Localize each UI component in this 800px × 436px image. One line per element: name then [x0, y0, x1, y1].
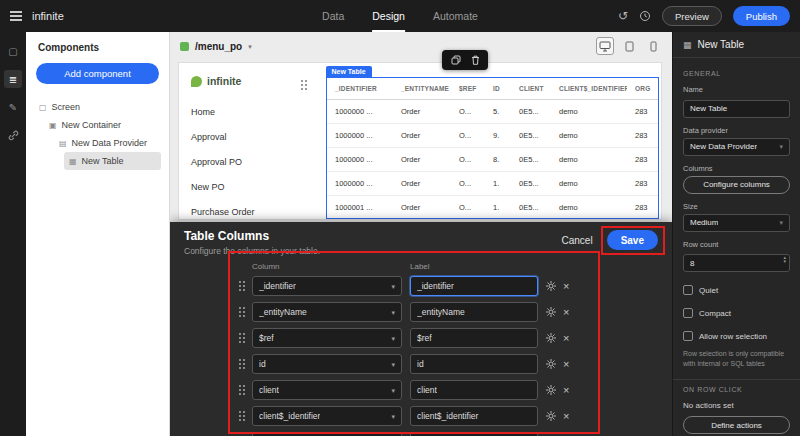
- size-select[interactable]: Medium ▾: [683, 214, 790, 232]
- cell: O...: [451, 107, 485, 116]
- gear-icon[interactable]: [546, 359, 556, 369]
- remove-column-icon[interactable]: ×: [563, 385, 569, 396]
- column-select[interactable]: _entityName ▾: [252, 302, 402, 322]
- tablet-icon[interactable]: [620, 37, 638, 55]
- row-count-input[interactable]: [683, 254, 790, 272]
- columns-label: Columns: [683, 164, 790, 173]
- tree-item-new-container[interactable]: ▣ New Container: [44, 116, 161, 134]
- table-component[interactable]: New Table _IDENTIFIER _ENTITYNAME $REF I…: [326, 77, 659, 219]
- cell: O...: [451, 131, 485, 140]
- preview-logo: infinite: [191, 75, 313, 87]
- remove-column-icon[interactable]: ×: [563, 411, 569, 422]
- gear-icon[interactable]: [546, 307, 556, 317]
- components-icon[interactable]: ≣: [4, 70, 22, 88]
- checkbox-icon[interactable]: [683, 308, 693, 318]
- preview-menu-item-home[interactable]: Home: [191, 107, 313, 118]
- leaf-logo-icon: [191, 76, 202, 87]
- publish-button[interactable]: Publish: [733, 6, 790, 26]
- menu-icon[interactable]: [10, 11, 22, 21]
- container-drag-handle-icon[interactable]: [300, 79, 308, 91]
- label-input[interactable]: [410, 432, 538, 436]
- cell: 1000000 ...: [327, 155, 393, 164]
- chevron-down-icon: ▾: [391, 387, 395, 394]
- history-icon[interactable]: [639, 10, 651, 22]
- drag-handle-icon[interactable]: [238, 306, 246, 318]
- theme-icon[interactable]: ✎: [4, 98, 22, 116]
- gear-icon[interactable]: [546, 333, 556, 343]
- cancel-button[interactable]: Cancel: [562, 235, 593, 246]
- no-actions-text: No actions set: [683, 401, 790, 410]
- remove-column-icon[interactable]: ×: [563, 359, 569, 370]
- checkbox-icon[interactable]: [683, 331, 693, 341]
- col-header: CLIENT$_IDENTIFIER: [551, 85, 627, 92]
- name-input[interactable]: [683, 100, 790, 118]
- remove-column-icon[interactable]: ×: [563, 281, 569, 292]
- cell: demo: [551, 203, 627, 212]
- mobile-icon[interactable]: [644, 37, 662, 55]
- tree-item-new-table[interactable]: ▦ New Table: [64, 152, 161, 170]
- column-select[interactable]: _identifier ▾: [252, 276, 402, 296]
- label-input[interactable]: [410, 276, 538, 296]
- components-panel: Components Add component ▢ Screen ▣ New …: [26, 32, 170, 436]
- label-input[interactable]: [410, 328, 538, 348]
- configure-columns-button[interactable]: Configure columns: [683, 176, 790, 194]
- cell: 1.: [485, 179, 511, 188]
- tree-item-screen[interactable]: ▢ Screen: [34, 98, 161, 116]
- preview-menu-item-approval[interactable]: Approval: [191, 132, 313, 143]
- column-select[interactable]: client$_identifier ▾: [252, 406, 402, 426]
- compact-checkbox-row[interactable]: Compact: [683, 308, 790, 318]
- preview-logo-text: infinite: [207, 75, 241, 87]
- duplicate-icon[interactable]: [451, 55, 461, 65]
- screens-icon[interactable]: ▢: [4, 42, 22, 60]
- drag-handle-icon[interactable]: [238, 410, 246, 422]
- save-button[interactable]: Save: [607, 230, 658, 250]
- cell: 9.: [485, 131, 511, 140]
- add-component-button[interactable]: Add component: [36, 63, 159, 84]
- screen-selector[interactable]: /menu_po ▾: [180, 41, 252, 52]
- allow-row-selection-checkbox-row[interactable]: Allow row selection: [683, 331, 790, 341]
- preview-menu-item-approval-po[interactable]: Approval PO: [191, 157, 313, 168]
- column-select[interactable]: organization ▾: [252, 432, 402, 436]
- tab-data[interactable]: Data: [322, 0, 344, 32]
- link-icon[interactable]: [4, 126, 22, 144]
- cell: Order: [393, 155, 451, 164]
- data-provider-select[interactable]: New Data Provider ▾: [683, 138, 790, 156]
- column-select[interactable]: client ▾: [252, 380, 402, 400]
- column-select[interactable]: id ▾: [252, 354, 402, 374]
- settings-header: ▦ New Table: [673, 32, 800, 58]
- drag-handle-icon[interactable]: [238, 358, 246, 370]
- column-config-row: _entityName ▾ ×: [238, 302, 588, 322]
- tree-item-new-data-provider[interactable]: ▤ New Data Provider: [54, 134, 161, 152]
- preview-button[interactable]: Preview: [662, 6, 722, 26]
- preview-menu-item-new-po[interactable]: New PO: [191, 182, 313, 193]
- drag-handle-icon[interactable]: [238, 332, 246, 344]
- drag-handle-icon[interactable]: [238, 384, 246, 396]
- column-select[interactable]: $ref ▾: [252, 328, 402, 348]
- label-input[interactable]: [410, 380, 538, 400]
- gear-icon[interactable]: [546, 281, 556, 291]
- define-actions-button[interactable]: Define actions: [683, 416, 790, 434]
- settings-body: GENERAL Name Data provider New Data Prov…: [673, 58, 800, 436]
- preview-menu-item-purchase-order[interactable]: Purchase Order: [191, 207, 313, 218]
- label-input[interactable]: [410, 354, 538, 374]
- app-name: infinite: [32, 10, 64, 22]
- gear-icon[interactable]: [546, 385, 556, 395]
- label-input[interactable]: [410, 302, 538, 322]
- column-select-value: _entityName: [259, 307, 307, 317]
- tab-automate[interactable]: Automate: [433, 0, 478, 32]
- label-input[interactable]: [410, 406, 538, 426]
- stepper-down-icon[interactable]: ▾: [783, 259, 786, 264]
- drag-handle-icon[interactable]: [238, 280, 246, 292]
- col-header: ORG: [627, 85, 658, 92]
- trash-icon[interactable]: [471, 55, 480, 65]
- desktop-icon[interactable]: [596, 37, 614, 55]
- quiet-checkbox-row[interactable]: Quiet: [683, 285, 790, 295]
- remove-column-icon[interactable]: ×: [563, 333, 569, 344]
- remove-column-icon[interactable]: ×: [563, 307, 569, 318]
- tab-design[interactable]: Design: [372, 0, 405, 32]
- checkbox-icon[interactable]: [683, 285, 693, 295]
- cell: 1000000 ...: [327, 179, 393, 188]
- gear-icon[interactable]: [546, 411, 556, 421]
- undo-icon[interactable]: ↺: [618, 10, 628, 22]
- stepper-arrows[interactable]: ▴ ▾: [783, 255, 786, 264]
